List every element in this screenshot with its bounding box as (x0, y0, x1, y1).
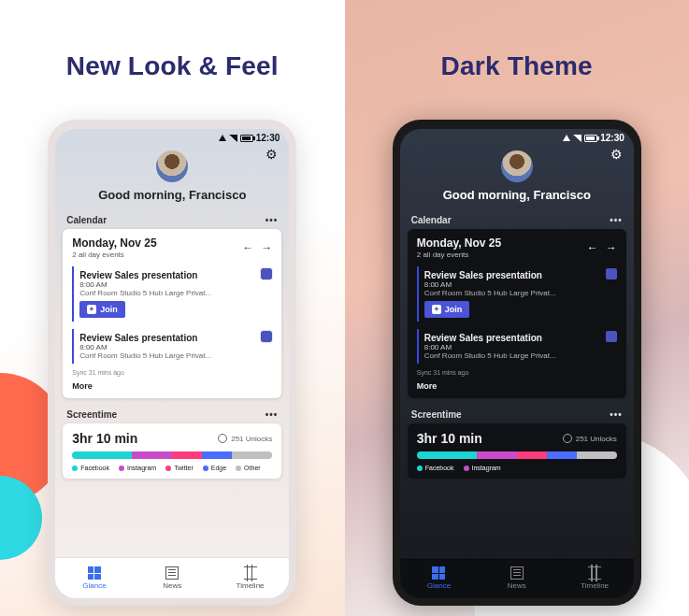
glance-icon (432, 566, 445, 580)
legend-item: Other (236, 465, 261, 471)
legend-swatch (165, 466, 171, 471)
legend-item: Instagram (464, 465, 501, 471)
more-button[interactable]: More (72, 381, 272, 391)
legend-label: Instagram (472, 465, 501, 471)
gear-icon[interactable]: ⚙ (610, 147, 623, 162)
screentime-total: 3hr 10 min (72, 431, 137, 446)
unlocks-count: 251 Unlocks (563, 434, 617, 443)
nav-glance[interactable]: Glance (400, 558, 478, 598)
screentime-legend: FacebookInstagram (417, 465, 617, 471)
teams-icon (606, 268, 617, 279)
nav-timeline[interactable]: Timeline (211, 558, 289, 598)
event-title: Review Sales presentation (424, 333, 617, 343)
screentime-legend: FacebookInstagramTwitterEdgeOther (72, 465, 272, 471)
nav-timeline[interactable]: Timeline (555, 558, 633, 598)
panel-title: Dark Theme (345, 51, 690, 81)
legend-label: Other (244, 465, 261, 471)
teams-join-icon: ✦ (87, 305, 96, 314)
screentime-bar (417, 451, 617, 459)
signal-icon (563, 135, 570, 141)
nav-news[interactable]: News (478, 558, 555, 598)
nav-glance[interactable]: Glance (55, 558, 133, 598)
calendar-section: Calendar ••• Monday, Nov 25 2 all day ev… (55, 211, 289, 406)
segment-facebook (72, 451, 132, 459)
event-location: Conf Room Studio 5 Hub Large Privat... (79, 351, 238, 360)
nav-label: Glance (427, 581, 451, 590)
glance-icon (88, 566, 101, 580)
section-menu-icon[interactable]: ••• (610, 215, 623, 225)
status-bar: 12:30 (55, 129, 289, 145)
event-location: Conf Room Studio 5 Hub Large Privat... (424, 351, 583, 360)
battery-icon (584, 135, 597, 142)
join-button[interactable]: ✦ Join (79, 301, 125, 318)
screen-header: ⚙ Good morning, Francisco (400, 145, 634, 211)
prev-day-button[interactable]: ← (242, 241, 253, 254)
greeting: Good morning, Francisco (55, 188, 289, 202)
news-icon (510, 566, 524, 580)
segment-edge (547, 451, 577, 459)
event-item[interactable]: Review Sales presentation 8:00 AM Conf R… (72, 329, 272, 364)
section-title-calendar: Calendar (411, 215, 452, 225)
legend-item: Edge (203, 465, 226, 471)
wifi-icon (229, 135, 237, 142)
screentime-section: Screentime ••• 3hr 10 min 251 Unlocks (55, 406, 289, 486)
prev-day-button[interactable]: ← (587, 241, 598, 254)
avatar[interactable] (501, 150, 533, 182)
timeline-icon (588, 566, 601, 580)
segment-facebook (417, 451, 477, 459)
news-icon (165, 566, 179, 580)
unlocks-count: 251 Unlocks (218, 434, 272, 443)
phone-mock-light: 12:30 ⚙ Good morning, Francisco Calendar… (48, 120, 296, 606)
segment-other (232, 451, 272, 459)
section-menu-icon[interactable]: ••• (266, 409, 279, 420)
avatar[interactable] (156, 150, 188, 182)
nav-label: Timeline (237, 581, 265, 590)
legend-swatch (203, 466, 208, 471)
calendar-section: Calendar ••• Monday, Nov 25 2 all day ev… (400, 211, 634, 406)
segment-edge (202, 451, 232, 459)
section-menu-icon[interactable]: ••• (610, 409, 623, 420)
more-button[interactable]: More (417, 381, 617, 391)
legend-label: Instagram (127, 465, 156, 471)
panel-light: New Look & Feel 12:30 ⚙ Good morning, Fr… (0, 0, 345, 616)
event-title: Review Sales presentation (424, 270, 617, 280)
event-item[interactable]: Review Sales presentation 8:00 AM Conf R… (417, 329, 617, 364)
greeting: Good morning, Francisco (400, 188, 634, 202)
legend-item: Facebook (72, 465, 109, 471)
event-item[interactable]: Review Sales presentation 8:00 AM Conf R… (72, 266, 272, 322)
screen-header: ⚙ Good morning, Francisco (55, 145, 289, 211)
section-menu-icon[interactable]: ••• (266, 215, 279, 225)
section-title-screentime: Screentime (66, 409, 117, 420)
legend-swatch (417, 466, 423, 471)
wifi-icon (573, 135, 581, 142)
event-time: 8:00 AM (79, 280, 272, 289)
nav-label: News (163, 581, 181, 590)
all-day-count: 2 all day events (417, 251, 501, 259)
calendar-date: Monday, Nov 25 (417, 236, 501, 250)
next-day-button[interactable]: → (606, 241, 617, 254)
nav-label: Glance (82, 581, 106, 590)
legend-label: Twitter (174, 465, 194, 471)
screentime-card: 3hr 10 min 251 Unlocks FacebookInstagram… (63, 423, 281, 479)
event-item[interactable]: Review Sales presentation 8:00 AM Conf R… (417, 266, 617, 322)
gear-icon[interactable]: ⚙ (266, 147, 278, 162)
screentime-total: 3hr 10 min (417, 431, 482, 446)
legend-item: Facebook (417, 465, 454, 471)
sync-status: Sync 31 mins ago (72, 369, 272, 376)
legend-item: Instagram (119, 465, 156, 471)
nav-news[interactable]: News (134, 558, 211, 598)
calendar-card: Monday, Nov 25 2 all day events ← → (408, 229, 626, 398)
next-day-button[interactable]: → (261, 241, 272, 254)
bottom-nav: GlanceNewsTimeline (55, 557, 289, 598)
legend-swatch (119, 466, 124, 471)
legend-swatch (236, 466, 241, 471)
battery-icon (240, 135, 253, 142)
event-location: Conf Room Studio 5 Hub Large Privat... (424, 289, 583, 297)
legend-swatch (72, 466, 78, 471)
teams-icon (261, 268, 272, 279)
panel-title: New Look & Feel (0, 51, 345, 81)
join-button[interactable]: ✦ Join (424, 301, 470, 318)
segment-twitter (517, 451, 547, 459)
bottom-nav: GlanceNewsTimeline (400, 557, 634, 598)
legend-label: Edge (211, 465, 226, 471)
